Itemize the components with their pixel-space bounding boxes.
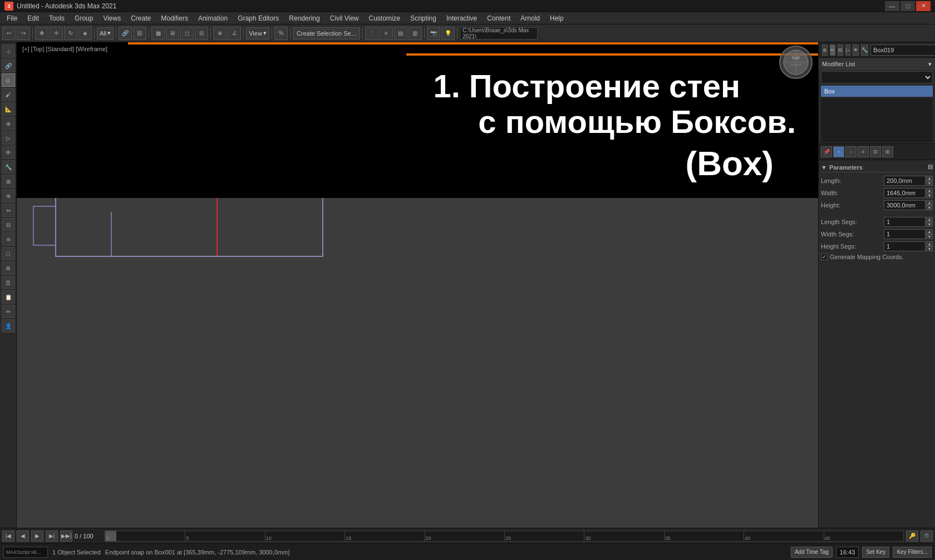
left-hierarchy-btn[interactable]: ⊕: [2, 117, 15, 130]
modifier-icon-4[interactable]: ⊟: [870, 146, 881, 157]
menu-item-views[interactable]: Views: [99, 13, 125, 23]
modify-tab-btn[interactable]: ✏: [830, 44, 835, 56]
menu-item-content[interactable]: Content: [483, 13, 515, 23]
toolbar-scale-btn[interactable]: ◈: [78, 27, 92, 40]
toolbar-undo-btn[interactable]: ↩: [2, 27, 16, 40]
menu-item-customize[interactable]: Customize: [365, 13, 405, 23]
modifier-icon-2[interactable]: ▫: [845, 146, 857, 157]
left-modify-btn[interactable]: 📐: [2, 102, 15, 116]
height-input[interactable]: [884, 200, 926, 210]
close-button[interactable]: ✕: [916, 1, 931, 11]
left-object-paint-btn[interactable]: ✏: [2, 305, 15, 318]
motion-tab-btn[interactable]: ▷: [845, 44, 850, 56]
timeline[interactable]: 05101520253035404550: [105, 531, 904, 542]
left-reaction-btn[interactable]: ⬡: [2, 247, 15, 260]
menu-item-scripting[interactable]: Scripting: [406, 13, 441, 23]
modifier-list-dropdown[interactable]: [821, 71, 933, 83]
width-down[interactable]: ▼: [926, 193, 933, 198]
menu-item-help[interactable]: Help: [545, 13, 568, 23]
viewport[interactable]: [+] [Top] [Standard] [Wireframe] TOP FRO…: [17, 42, 818, 528]
hierarchy-tab-btn[interactable]: ⊞: [838, 44, 843, 56]
menu-item-edit[interactable]: Edit: [23, 13, 43, 23]
minimize-button[interactable]: —: [885, 1, 899, 11]
add-time-tag-btn[interactable]: Add Time Tag: [791, 547, 833, 558]
anim-end-btn[interactable]: ▶▶|: [60, 531, 72, 542]
height-down[interactable]: ▼: [926, 205, 933, 210]
length-up[interactable]: ▲: [926, 176, 933, 181]
toolbar-ang-snap-btn[interactable]: ∠: [228, 27, 241, 40]
modifier-item[interactable]: Box: [821, 86, 933, 97]
toolbar-bind-btn[interactable]: ⛓: [133, 27, 146, 40]
height-segs-down[interactable]: ▼: [926, 246, 933, 251]
modifier-icon-active[interactable]: ▪: [833, 146, 844, 157]
left-scene-btn[interactable]: 📋: [2, 290, 15, 304]
left-align-btn[interactable]: ⊟: [2, 218, 15, 231]
key-filters-btn[interactable]: Key Filters...: [893, 547, 932, 558]
object-name-input[interactable]: [870, 44, 935, 56]
pin-icon[interactable]: 📌: [821, 146, 832, 157]
modifier-icon-5[interactable]: ⊞: [882, 146, 893, 157]
length-input[interactable]: [884, 176, 926, 186]
length-segs-up[interactable]: ▲: [926, 217, 933, 222]
toolbar-light-btn[interactable]: 💡: [441, 27, 455, 40]
menu-item-rendering[interactable]: Rendering: [284, 13, 324, 23]
toolbar-btn-d[interactable]: ⊟: [195, 27, 208, 40]
height-segs-up[interactable]: ▲: [926, 241, 933, 246]
left-spacewarp-btn[interactable]: ≋: [2, 232, 15, 246]
set-key-btn[interactable]: Set Key: [862, 547, 889, 558]
left-motion-btn[interactable]: ▷: [2, 131, 15, 145]
toolbar-layer2-btn[interactable]: ▤: [394, 27, 407, 40]
toolbar-layer3-btn[interactable]: ▥: [409, 27, 422, 40]
menu-item-animation[interactable]: Animation: [194, 13, 232, 23]
menu-item-civil view[interactable]: Civil View: [326, 13, 363, 23]
maxscript-mini[interactable]: MAXScript Mi...: [3, 547, 48, 558]
left-snap-btn[interactable]: ⊛: [2, 189, 15, 202]
left-utilities-btn[interactable]: 🔧: [2, 160, 15, 174]
toolbar-percent-btn[interactable]: %: [274, 27, 288, 40]
left-mirror-btn[interactable]: ⇔: [2, 204, 15, 217]
toolbar-btn-b[interactable]: ⊞: [166, 27, 179, 40]
length-down[interactable]: ▼: [926, 181, 933, 186]
menu-item-graph editors[interactable]: Graph Editors: [233, 13, 283, 23]
toolbar-ribbon-btn[interactable]: ⋮: [365, 27, 378, 40]
left-layer-btn[interactable]: ☰: [2, 276, 15, 289]
viewport-nav[interactable]: TOP FRONT: [779, 46, 813, 79]
time-config-btn[interactable]: ⏱: [921, 531, 933, 542]
anim-next-btn[interactable]: ▶|: [46, 531, 58, 542]
left-populate-btn[interactable]: 👤: [2, 319, 15, 333]
toolbar-selection-btn[interactable]: Create Selection Se...: [293, 27, 360, 39]
toolbar-btn-c[interactable]: ◻: [180, 27, 194, 40]
left-active-btn[interactable]: ◎: [2, 73, 15, 87]
anim-play-btn[interactable]: ▶: [31, 531, 43, 542]
width-input[interactable]: [884, 188, 926, 198]
width-segs-down[interactable]: ▼: [926, 234, 933, 239]
utilities-tab-btn[interactable]: 🔧: [861, 44, 868, 56]
width-up[interactable]: ▲: [926, 188, 933, 193]
toolbar-camera-btn[interactable]: 📷: [427, 27, 440, 40]
menu-item-modifiers[interactable]: Modifiers: [156, 13, 193, 23]
height-up[interactable]: ▲: [926, 200, 933, 205]
left-paint-btn[interactable]: 🖌: [2, 88, 15, 101]
menu-item-interactive[interactable]: Interactive: [442, 13, 481, 23]
menu-item-create[interactable]: Create: [126, 13, 155, 23]
width-segs-input[interactable]: [884, 229, 926, 239]
toolbar-snap-btn[interactable]: ⊕: [213, 27, 227, 40]
toolbar-all-dropdown[interactable]: All ▾: [97, 27, 114, 39]
left-select-btn[interactable]: ⊹: [2, 44, 15, 58]
height-segs-input[interactable]: [884, 241, 926, 251]
anim-prev-btn[interactable]: ◀: [17, 531, 29, 542]
key-mode-btn[interactable]: 🔑: [906, 531, 918, 542]
toolbar-select-btn[interactable]: ✥: [35, 27, 48, 40]
toolbar-redo-btn[interactable]: ↪: [17, 27, 30, 40]
menu-item-file[interactable]: File: [2, 13, 22, 23]
create-tab-btn[interactable]: ⊕: [822, 44, 828, 56]
display-tab-btn[interactable]: 👁: [853, 44, 859, 56]
toolbar-layer-btn[interactable]: ≡: [380, 27, 393, 40]
modifier-icon-3[interactable]: ≡: [858, 146, 869, 157]
menu-item-group[interactable]: Group: [70, 13, 97, 23]
length-segs-down[interactable]: ▼: [926, 222, 933, 227]
menu-item-tools[interactable]: Tools: [45, 13, 69, 23]
toolbar-rotate-btn[interactable]: ↻: [64, 27, 77, 40]
anim-start-btn[interactable]: |◀: [2, 531, 14, 542]
params-expand-btn[interactable]: ⊟: [928, 163, 933, 171]
